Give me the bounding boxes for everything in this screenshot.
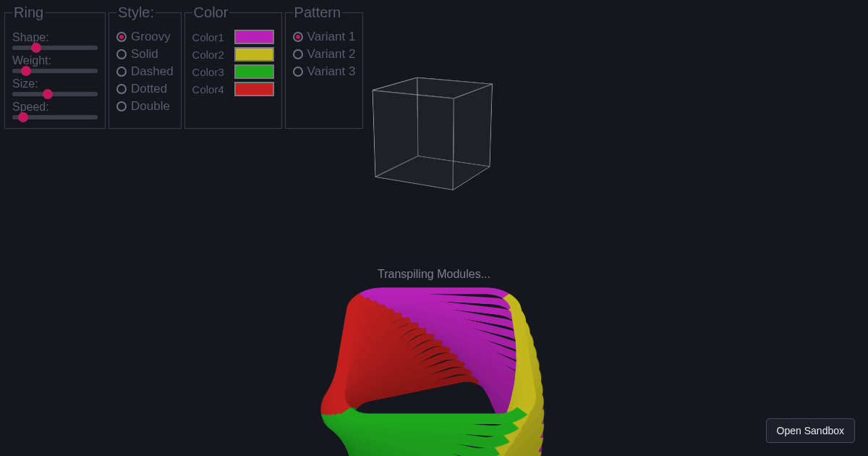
pattern-option-label: Variant 2 — [307, 47, 356, 62]
style-option-label: Double — [131, 99, 170, 114]
color-label: Color1 — [192, 31, 230, 43]
style-option-label: Solid — [131, 47, 158, 62]
style-panel: Style: GroovySolidDashedDottedDouble — [109, 4, 182, 129]
pattern-legend: Pattern — [293, 4, 342, 21]
color-swatch[interactable] — [234, 64, 274, 79]
radio-icon — [116, 101, 127, 111]
style-option-groovy[interactable]: Groovy — [116, 30, 174, 44]
radio-icon — [293, 67, 303, 77]
shape-slider[interactable] — [12, 46, 98, 50]
color-label: Color3 — [192, 66, 230, 78]
color-swatch[interactable] — [234, 30, 274, 44]
style-option-solid[interactable]: Solid — [116, 47, 174, 62]
style-option-label: Dashed — [131, 64, 174, 79]
weight-slider[interactable] — [12, 69, 98, 73]
pattern-panel: Pattern Variant 1Variant 2Variant 3 — [285, 4, 364, 129]
open-sandbox-button[interactable]: Open Sandbox — [766, 418, 855, 443]
pattern-option-variant-3[interactable]: Variant 3 — [293, 64, 356, 79]
color-panel: Color Color1Color2Color3Color4 — [184, 4, 282, 129]
radio-icon — [116, 32, 127, 42]
pattern-option-variant-1[interactable]: Variant 1 — [293, 30, 356, 44]
wireframe-cube — [396, 83, 475, 178]
ring-panel: Ring Shape: Weight: Size: Speed: — [4, 4, 106, 129]
color-row-1: Color1 — [192, 30, 274, 44]
style-legend: Style: — [116, 4, 156, 21]
color-row-4: Color4 — [192, 82, 274, 96]
style-option-dotted[interactable]: Dotted — [116, 82, 174, 96]
color-label: Color2 — [192, 48, 230, 61]
radio-icon — [116, 67, 127, 77]
style-option-dashed[interactable]: Dashed — [116, 64, 174, 79]
ring — [327, 287, 541, 424]
color-row-3: Color3 — [192, 64, 274, 79]
pattern-option-label: Variant 1 — [307, 30, 356, 44]
radio-icon — [116, 49, 127, 59]
radio-icon — [293, 49, 303, 59]
pattern-option-label: Variant 3 — [307, 64, 356, 79]
color-swatch[interactable] — [234, 47, 274, 62]
cube-face — [453, 84, 492, 190]
radio-icon — [116, 84, 127, 94]
status-text: Transpiling Modules... — [378, 268, 490, 281]
radio-icon — [293, 32, 303, 42]
style-option-label: Groovy — [131, 30, 171, 44]
style-option-label: Dotted — [131, 82, 167, 96]
size-slider[interactable] — [12, 92, 98, 96]
cube-face — [373, 90, 454, 190]
color-label: Color4 — [192, 83, 230, 96]
style-option-double[interactable]: Double — [116, 99, 174, 114]
ring-legend: Ring — [12, 4, 45, 21]
color-row-2: Color2 — [192, 47, 274, 62]
color-legend: Color — [192, 4, 230, 21]
pattern-option-variant-2[interactable]: Variant 2 — [293, 47, 356, 62]
color-swatch[interactable] — [234, 82, 274, 96]
speed-slider[interactable] — [12, 115, 98, 119]
